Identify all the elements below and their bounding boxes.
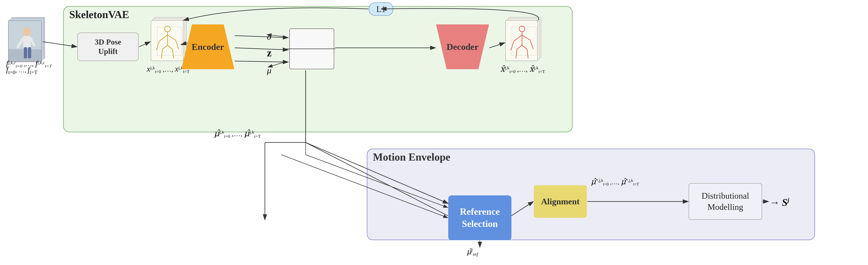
skeleton-drawing-svg: [151, 21, 183, 61]
z-distribution-box: [289, 29, 334, 69]
skeleton-vae-box: [63, 6, 572, 132]
encoder-label: Encoder: [181, 42, 234, 52]
svg-rect-6: [24, 47, 27, 58]
pose-uplift-box: 3D PoseUplift: [78, 33, 138, 61]
dist-model-label: Distributional Modelling: [689, 190, 762, 212]
l1-box: L1: [369, 2, 393, 16]
svg-line-28: [517, 45, 522, 49]
svg-line-27: [530, 40, 533, 49]
svg-line-13: [176, 40, 179, 49]
z-label: z: [267, 47, 272, 59]
output-frames-label: x̂j,kt=0 ,…, x̂j,kt=T: [500, 64, 545, 74]
skeleton-vae-label: SkeletonVAE: [69, 8, 129, 21]
skel-frame-1: [151, 20, 183, 61]
svg-line-31: [527, 49, 528, 58]
output-skeleton-svg: [506, 21, 538, 61]
svg-line-29: [522, 45, 527, 49]
diagram-container: SkeletonVAE Motion Envelope L1: [0, 0, 868, 265]
input-frame-1: [8, 20, 42, 62]
svg-line-17: [173, 49, 174, 58]
alignment-label: Alignment: [541, 197, 580, 206]
input-frame-superscript: fj,k,ct=0 ,…, fj,k,ct=T: [6, 59, 52, 69]
svg-line-26: [511, 41, 514, 50]
svg-line-15: [167, 45, 173, 49]
decoder-label: Decoder: [436, 42, 489, 52]
svg-line-25: [522, 35, 530, 40]
pose-uplift-label: 3D PoseUplift: [95, 37, 121, 56]
reference-selection-box[interactable]: ReferenceSelection: [448, 195, 512, 240]
svg-line-11: [167, 35, 176, 40]
alignment-box: Alignment: [534, 185, 587, 218]
svg-line-24: [514, 35, 522, 41]
reference-selection-label: ReferenceSelection: [460, 205, 500, 230]
mu-hat-frames-label: μ̂j,kt=0 ,…, μ̂j,kt=T: [214, 128, 260, 139]
sigma-label: σ: [267, 32, 271, 42]
svg-line-10: [159, 35, 167, 41]
l1-label: L1: [376, 4, 386, 14]
svg-line-12: [156, 41, 159, 50]
svg-rect-7: [28, 47, 31, 58]
mu-star-frames-label: μ̂*,j,kt=0 ,…, μ̂*,j,kt=T: [591, 177, 639, 187]
s-j-label: → Sj: [769, 196, 789, 208]
svg-line-14: [162, 45, 167, 49]
motion-envelope-label: Motion Envelope: [373, 151, 450, 163]
svg-line-30: [516, 49, 517, 58]
out-frame-1: [505, 20, 538, 61]
distributional-modelling-box: Distributional Modelling: [689, 183, 762, 220]
mu-ref-label: μ̂jref: [467, 247, 478, 257]
svg-line-16: [161, 49, 162, 58]
svg-point-2: [23, 28, 31, 36]
mu-label: μ: [267, 65, 271, 75]
person-silhouette-svg: [8, 21, 42, 62]
